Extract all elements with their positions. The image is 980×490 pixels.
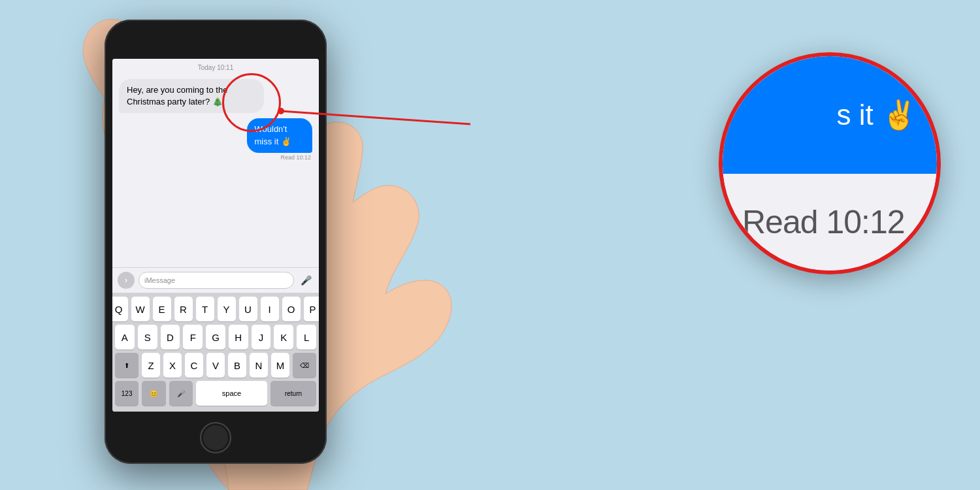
- key-A[interactable]: A: [115, 325, 135, 350]
- key-M[interactable]: M: [271, 353, 289, 378]
- key-Q[interactable]: Q: [112, 297, 128, 321]
- zoom-circle: s it ✌️ Read 10:12: [719, 52, 941, 274]
- key-T[interactable]: T: [196, 297, 214, 321]
- key-F[interactable]: F: [183, 325, 203, 350]
- key-G[interactable]: G: [206, 325, 225, 350]
- incoming-bubble: Hey, are you coming to the Christmas par…: [119, 79, 264, 113]
- outgoing-bubble: Wouldn't miss it ✌️: [247, 118, 313, 152]
- imessage-input[interactable]: iMessage: [139, 272, 294, 289]
- key-H[interactable]: H: [229, 325, 248, 350]
- read-receipt: Read 10:12: [280, 154, 312, 161]
- phone-screen: Today 10:11 Hey, are you coming to the C…: [112, 59, 319, 412]
- key-J[interactable]: J: [252, 325, 271, 350]
- outgoing-message-text: Wouldn't miss it ✌️: [255, 124, 291, 146]
- key-B[interactable]: B: [228, 353, 246, 378]
- key-return[interactable]: return: [270, 381, 316, 406]
- key-O[interactable]: O: [282, 297, 301, 321]
- key-E[interactable]: E: [153, 297, 171, 321]
- key-123[interactable]: 123: [115, 381, 139, 406]
- incoming-message-text: Hey, are you coming to the Christmas par…: [127, 85, 227, 106]
- zoom-read-receipt: Read 10:12: [742, 203, 905, 241]
- key-S[interactable]: S: [138, 325, 157, 350]
- key-Z[interactable]: Z: [142, 353, 160, 378]
- key-space[interactable]: space: [196, 381, 267, 406]
- keyboard-row-bottom: 123 😊 🎤 space return: [115, 381, 316, 406]
- microphone-button[interactable]: 🎤: [298, 272, 314, 288]
- key-N[interactable]: N: [250, 353, 268, 378]
- input-bar: › iMessage 🎤: [112, 267, 319, 293]
- key-C[interactable]: C: [185, 353, 203, 378]
- key-shift[interactable]: ⬆: [115, 353, 139, 378]
- key-mic[interactable]: 🎤: [169, 381, 193, 406]
- messages-area: Today 10:11 Hey, are you coming to the C…: [112, 59, 319, 267]
- expand-button[interactable]: ›: [118, 272, 135, 289]
- keyboard-row-3: ⬆ Z X C V B N M ⌫: [115, 353, 316, 378]
- key-P[interactable]: P: [304, 297, 319, 321]
- key-R[interactable]: R: [174, 297, 193, 321]
- key-D[interactable]: D: [161, 325, 180, 350]
- outgoing-bubble-wrap: Wouldn't miss it ✌️ Read 10:12: [225, 118, 312, 160]
- phone: Today 10:11 Hey, are you coming to the C…: [105, 20, 327, 464]
- zoom-message-snippet: s it ✌️: [837, 98, 917, 132]
- key-V[interactable]: V: [206, 353, 225, 378]
- key-L[interactable]: L: [297, 325, 316, 350]
- key-K[interactable]: K: [274, 325, 293, 350]
- keyboard-row-1: Q W E R T Y U I O P: [115, 297, 316, 321]
- input-placeholder: iMessage: [144, 276, 175, 284]
- key-Y[interactable]: Y: [218, 297, 236, 321]
- key-backspace[interactable]: ⌫: [293, 353, 316, 378]
- key-emoji[interactable]: 😊: [142, 381, 165, 406]
- home-button[interactable]: [200, 422, 231, 453]
- key-I[interactable]: I: [261, 297, 279, 321]
- key-U[interactable]: U: [239, 297, 257, 321]
- key-W[interactable]: W: [131, 297, 150, 321]
- keyboard: Q W E R T Y U I O P A S D F G H J K L: [112, 293, 319, 412]
- timestamp-label: Today 10:11: [119, 64, 312, 71]
- expand-icon: ›: [125, 276, 127, 285]
- key-X[interactable]: X: [163, 353, 182, 378]
- keyboard-row-2: A S D F G H J K L: [115, 325, 316, 350]
